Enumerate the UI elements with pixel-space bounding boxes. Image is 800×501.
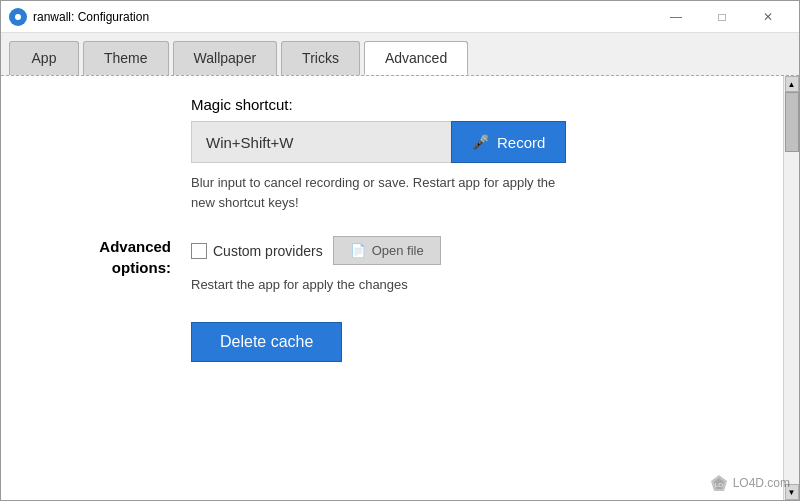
tab-advanced[interactable]: Advanced — [364, 41, 468, 75]
open-file-button[interactable]: 📄 Open file — [333, 236, 441, 265]
svg-point-1 — [15, 14, 21, 20]
content-area: Magic shortcut: 🎤 Record Blur input to c… — [1, 76, 799, 500]
scroll-thumb[interactable] — [785, 92, 799, 152]
app-icon — [9, 8, 27, 26]
magic-shortcut-label: Magic shortcut: — [191, 96, 753, 113]
main-window: ranwall: Configuration — □ ✕ App Theme W… — [0, 0, 800, 501]
tab-app[interactable]: App — [9, 41, 79, 75]
file-icon: 📄 — [350, 243, 366, 258]
window-controls: — □ ✕ — [653, 1, 791, 33]
tabs-wrapper: App Theme Wallpaper Tricks Advanced — [1, 33, 799, 76]
window-title: ranwall: Configuration — [33, 10, 653, 24]
advanced-content: Custom providers 📄 Open file Restart the… — [191, 236, 753, 292]
custom-providers-row: Custom providers 📄 Open file — [191, 236, 753, 265]
maximize-button[interactable]: □ — [699, 1, 745, 33]
title-bar: ranwall: Configuration — □ ✕ — [1, 1, 799, 33]
delete-cache-button[interactable]: Delete cache — [191, 322, 342, 362]
tab-bar: App Theme Wallpaper Tricks Advanced — [1, 33, 799, 75]
custom-providers-checkbox-label[interactable]: Custom providers — [191, 243, 323, 259]
shortcut-hint: Blur input to cancel recording or save. … — [191, 173, 571, 212]
advanced-options-section: Advanced options: Custom providers 📄 Ope… — [31, 236, 753, 292]
minimize-button[interactable]: — — [653, 1, 699, 33]
shortcut-input[interactable] — [191, 121, 451, 163]
tab-wallpaper[interactable]: Wallpaper — [173, 41, 278, 75]
svg-text:LO: LO — [715, 482, 723, 488]
main-content: Magic shortcut: 🎤 Record Blur input to c… — [1, 76, 783, 500]
tab-tricks[interactable]: Tricks — [281, 41, 360, 75]
shortcut-row: 🎤 Record — [191, 121, 753, 163]
close-button[interactable]: ✕ — [745, 1, 791, 33]
record-button[interactable]: 🎤 Record — [451, 121, 566, 163]
custom-providers-checkbox[interactable] — [191, 243, 207, 259]
restart-hint-text: Restart the app for apply the changes — [191, 277, 753, 292]
scrollbar: ▲ ▼ — [783, 76, 799, 500]
magic-shortcut-section: Magic shortcut: 🎤 Record Blur input to c… — [31, 96, 753, 212]
advanced-options-label: Advanced options: — [31, 236, 191, 278]
watermark: LO LO4D.com — [709, 473, 790, 493]
mic-icon: 🎤 — [472, 134, 489, 150]
scroll-up-arrow[interactable]: ▲ — [785, 76, 799, 92]
tab-theme[interactable]: Theme — [83, 41, 169, 75]
